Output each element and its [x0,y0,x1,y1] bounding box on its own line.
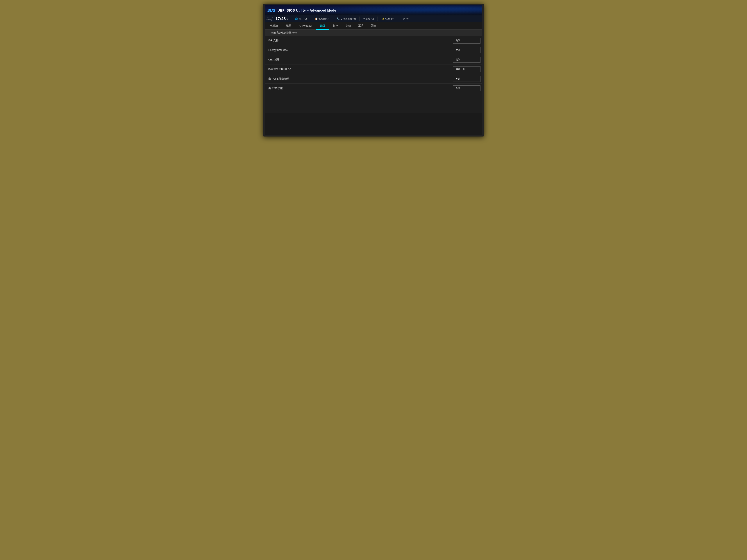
pcie-wake-value-container: 开启 [453,76,482,82]
toolbar-qfan-btn[interactable]: 🔧 Q-Fan 控制(F6) [335,17,357,21]
tab-exit[interactable]: 退出 [367,22,380,30]
table-row: 由 RTC 映醒 关闭 [265,84,482,93]
toolbar-left: 28/2023 ursday 17:48 ⚙ 🌐 简体中文 📋 收藏夹(F3) [266,16,481,21]
qfan-label: Q-Fan 控制(F6) [340,17,356,20]
favorites-icon: 📋 [315,18,318,20]
toolbar: 28/2023 ursday 17:48 ⚙ 🌐 简体中文 📋 收藏夹(F3) [265,16,482,22]
datetime-block: 28/2023 ursday [266,17,273,21]
search-label: 搜索(F9) [365,17,374,20]
settings-gear-icon[interactable]: ⚙ [286,17,289,20]
aura-icon: ✨ [381,18,384,20]
table-row: Energy Star 就绪 关闭 [265,45,482,55]
table-row: 由 PCI-E 设备映醒 开启 [265,74,482,84]
asus-logo: SUS [267,8,275,13]
time-block: 17:48 ⚙ [275,16,289,21]
erp-label: ErP 支持 [265,36,453,45]
header-bar: SUS UEFI BIOS Utility – Advanced Mode [265,5,482,16]
tab-boot[interactable]: 启动 [342,22,355,30]
day-text: ursday [266,19,273,21]
breadcrumb-path: 高级\高级电源管理(APM) [271,31,298,34]
rtc-wake-value-container: 关闭 [453,85,482,91]
power-restore-value-container: 电源开启 [453,66,482,72]
search-icon: ? [363,18,365,20]
settings-table: ErP 支持 关闭 Energy Star 就绪 关闭 CEC 就绪 关闭 [265,36,482,93]
tab-ai-tweaker[interactable]: Ai Tweaker [295,22,316,30]
re-icon: ⚙ [403,18,405,20]
table-row: 断电恢复后电源状态 电源开启 [265,64,482,74]
tab-advanced[interactable]: 高级 [316,22,329,30]
cec-value-box[interactable]: 关闭 [453,57,481,63]
bios-screen: SUS UEFI BIOS Utility – Advanced Mode 28… [265,5,482,135]
rtc-wake-value-box[interactable]: 关闭 [453,85,481,91]
language-label: 简体中文 [299,17,307,20]
pcie-wake-value-box[interactable]: 开启 [453,76,481,82]
toolbar-re-btn[interactable]: ⚙ Re [401,17,410,21]
cec-label: CEC 就绪 [265,55,453,64]
nav-tabs: 收藏夹 概要 Ai Tweaker 高级 监控 启动 工具 退出 [265,22,482,30]
re-label: Re [406,18,408,20]
erp-value-box[interactable]: 关闭 [453,38,481,44]
toolbar-search-btn[interactable]: ? 搜索(F9) [362,17,375,21]
pcie-wake-label: 由 PCI-E 设备映醒 [265,75,453,83]
bios-title: UEFI BIOS Utility – Advanced Mode [278,9,336,12]
qfan-icon: 🔧 [337,18,340,20]
energy-star-value-box[interactable]: 关闭 [453,47,481,53]
breadcrumb: ← 高级\高级电源管理(APM) [265,30,482,36]
monitor-frame: SUS UEFI BIOS Utility – Advanced Mode 28… [263,4,484,136]
date-text: 28/2023 [266,17,273,19]
tab-favorites[interactable]: 收藏夹 [266,22,282,30]
breadcrumb-back-arrow[interactable]: ← [267,31,270,34]
energy-star-label: Energy Star 就绪 [265,46,453,54]
bottom-area [265,113,482,135]
tab-overview[interactable]: 概要 [282,22,295,30]
time-display: 17:48 [275,16,286,21]
table-row: CEC 就绪 关闭 [265,55,482,64]
toolbar-favorites-btn[interactable]: 📋 收藏夹(F3) [313,17,331,21]
erp-value-container: 关闭 [453,38,482,44]
rtc-wake-label: 由 RTC 映醒 [265,84,453,92]
power-restore-label: 断电恢复后电源状态 [265,65,453,74]
tab-tools[interactable]: 工具 [355,22,367,30]
power-restore-value-box[interactable]: 电源开启 [453,66,481,72]
toolbar-divider-5 [378,17,378,21]
tab-monitor[interactable]: 监控 [329,22,342,30]
favorites-label: 收藏夹(F3) [318,17,329,20]
energy-star-value-container: 关闭 [453,47,482,53]
toolbar-divider-6 [399,17,399,21]
main-content: ErP 支持 关闭 Energy Star 就绪 关闭 CEC 就绪 关闭 [265,36,482,113]
language-icon: 🌐 [295,18,298,20]
aura-label: AURA(F4) [385,18,395,20]
toolbar-language-btn[interactable]: 🌐 简体中文 [293,17,309,21]
toolbar-aura-btn[interactable]: ✨ AURA(F4) [380,17,397,21]
cec-value-container: 关闭 [453,57,482,63]
table-row: ErP 支持 关闭 [265,36,482,45]
